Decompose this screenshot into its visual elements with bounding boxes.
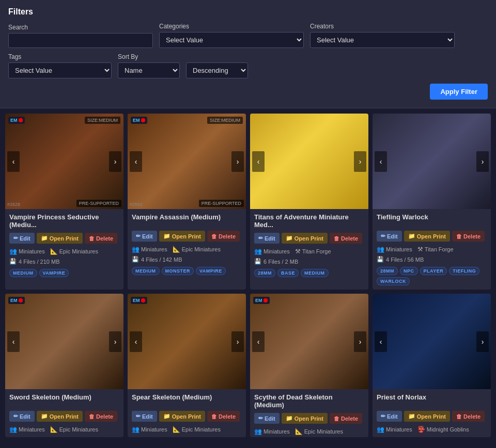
delete-button[interactable]: 🗑 Delete (330, 413, 362, 424)
open-print-button[interactable]: 📁 Open Print (282, 413, 328, 424)
open-print-button[interactable]: 📁 Open Print (159, 231, 205, 242)
apply-filter-button[interactable]: Apply Filter (430, 84, 488, 100)
tag-item: VAMPIRE (39, 269, 69, 277)
card-actions: ✏ Edit 📁 Open Print 🗑 Delete (128, 409, 246, 424)
prev-button[interactable]: ‹ (130, 151, 142, 172)
prev-button[interactable]: ‹ (375, 331, 387, 352)
delete-button[interactable]: 🗑 Delete (207, 411, 240, 422)
prev-button[interactable]: ‹ (130, 331, 142, 352)
apply-filter-row: Apply Filter (8, 84, 488, 100)
edit-button[interactable]: ✏ Edit (254, 233, 280, 244)
delete-icon: 🗑 (456, 413, 462, 420)
prev-button[interactable]: ‹ (375, 151, 387, 172)
card-image[interactable]: EM ‹ › (250, 294, 368, 389)
categories-select[interactable]: Select Value (159, 32, 304, 48)
delete-button[interactable]: 🗑 Delete (330, 233, 362, 244)
card-spear-skeleton: EM ‹ › Spear Skeleton (Medium) ✏ Edit 📁 … (128, 294, 246, 437)
tags-select[interactable]: Select Value (8, 62, 112, 78)
card-image[interactable]: EM ‹ › (128, 294, 246, 389)
open-print-button[interactable]: 📁 Open Print (404, 231, 450, 242)
creators-group: Creators Select Value (310, 23, 455, 48)
files-text: 4 Files / 56 MB (386, 257, 424, 263)
cards-grid: EM SIZE:MEDIUMPRE-SUPPORTED#2628 ‹ › Vam… (0, 108, 496, 442)
creators-select[interactable]: Select Value (310, 32, 455, 48)
card-title: Sword Skeleton (Medium) (5, 389, 123, 409)
sortorder-select[interactable]: Descending Ascending (186, 62, 248, 78)
delete-icon: 🗑 (211, 233, 217, 239)
prev-button[interactable]: ‹ (7, 331, 20, 352)
card-meta: 👥 Miniatures 👺 Midnight Goblins (373, 424, 491, 435)
tag-item: WARLOCK (377, 277, 410, 285)
creator-icon: 👥 (132, 426, 140, 433)
delete-label: Delete (96, 413, 113, 420)
card-tags: 28MMBASEMEDIUM (250, 267, 368, 281)
card-files: 💾 6 Files / 2 MB (250, 257, 368, 267)
delete-button[interactable]: 🗑 Delete (452, 231, 485, 242)
card-image[interactable]: ‹ › (373, 294, 491, 389)
filters-title: Filters (8, 7, 488, 17)
next-button[interactable]: › (231, 331, 244, 352)
print-icon: 📁 (163, 233, 171, 239)
next-button[interactable]: › (109, 331, 121, 352)
open-print-button[interactable]: 📁 Open Print (404, 411, 450, 422)
creator-item: 📐 Epic Miniatures (50, 426, 98, 433)
edit-button[interactable]: ✏ Edit (132, 411, 157, 422)
creator-icon: 👥 (9, 426, 17, 433)
creator-icon: 👥 (254, 248, 262, 255)
edit-button[interactable]: ✏ Edit (9, 411, 35, 422)
edit-icon: ✏ (13, 235, 18, 242)
card-vampire-princess: EM SIZE:MEDIUMPRE-SUPPORTED#2628 ‹ › Vam… (5, 114, 123, 290)
card-logo: EM (131, 297, 147, 304)
card-title: Spear Skeleton (Medium) (128, 389, 246, 409)
logo-text: EM (255, 298, 262, 303)
prev-button[interactable]: ‹ (252, 151, 265, 172)
creator-icon: 👥 (377, 426, 384, 433)
creator-icon: 👥 (377, 246, 384, 253)
next-button[interactable]: › (109, 151, 121, 172)
card-image[interactable]: EM SIZE:MEDIUMPRE-SUPPORTED#2628 ‹ › (5, 114, 123, 209)
card-image[interactable]: ‹ › (373, 114, 491, 209)
open-print-button[interactable]: 📁 Open Print (159, 411, 205, 422)
creator-name: Epic Miniatures (304, 428, 343, 435)
prev-button[interactable]: ‹ (7, 151, 20, 172)
edit-button[interactable]: ✏ Edit (9, 233, 35, 244)
badge-presupported: PRE-SUPPORTED (199, 200, 244, 207)
card-title: Titans of Adventure Miniature Med... (250, 209, 368, 231)
logo-text: EM (10, 118, 18, 123)
delete-icon: 🗑 (334, 235, 339, 242)
open-print-button[interactable]: 📁 Open Print (37, 233, 83, 244)
open-print-button[interactable]: 📁 Open Print (37, 411, 83, 422)
card-logo: EM (8, 297, 25, 304)
tags-label: Tags (8, 53, 112, 60)
sortby-select[interactable]: Name Date Size (118, 62, 180, 78)
creator-item: ⚒ Titan Forge (295, 248, 331, 255)
search-input[interactable] (8, 33, 153, 48)
edit-button[interactable]: ✏ Edit (132, 231, 157, 242)
delete-button[interactable]: 🗑 Delete (85, 233, 117, 244)
card-image[interactable]: ‹ › (250, 114, 368, 209)
next-button[interactable]: › (476, 331, 489, 352)
card-meta: 👥 Miniatures 📐 Epic Miniatures (5, 246, 123, 257)
card-tags: 28MMNPCPLAYERTIEFLINGWARLOCK (373, 265, 491, 290)
card-image[interactable]: EM ‹ › (5, 294, 123, 389)
card-files: 💾 4 Files / 210 MB (5, 257, 123, 267)
delete-button[interactable]: 🗑 Delete (207, 231, 240, 242)
delete-button[interactable]: 🗑 Delete (85, 411, 117, 422)
creator-item: 👥 Miniatures (377, 426, 412, 433)
delete-icon: 🗑 (334, 415, 339, 422)
edit-button[interactable]: ✏ Edit (254, 413, 280, 424)
open-print-button[interactable]: 📁 Open Print (282, 233, 328, 244)
next-button[interactable]: › (354, 151, 366, 172)
print-icon: 📁 (286, 415, 293, 422)
delete-button[interactable]: 🗑 Delete (452, 411, 485, 422)
creator-name: Miniatures (141, 246, 167, 252)
next-button[interactable]: › (476, 151, 489, 172)
edit-button[interactable]: ✏ Edit (377, 411, 402, 422)
card-meta: 👥 Miniatures 📐 Epic Miniatures (128, 244, 246, 255)
tag-item: MEDIUM (9, 269, 37, 277)
card-image[interactable]: EM SIZE:MEDIUMPRE-SUPPORTED#2592 ‹ › (128, 114, 246, 209)
prev-button[interactable]: ‹ (252, 331, 265, 352)
next-button[interactable]: › (354, 331, 366, 352)
edit-button[interactable]: ✏ Edit (377, 231, 402, 242)
next-button[interactable]: › (231, 151, 244, 172)
